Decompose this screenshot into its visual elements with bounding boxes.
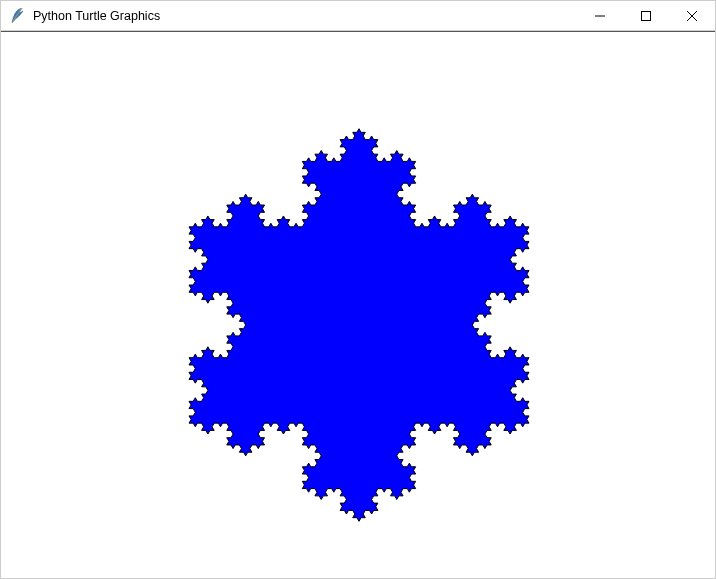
window-title: Python Turtle Graphics [33,9,577,23]
window-controls [577,1,715,30]
close-icon [687,11,697,21]
minimize-button[interactable] [577,1,623,30]
tk-feather-icon [9,8,25,24]
maximize-button[interactable] [623,1,669,30]
turtle-canvas [1,32,715,578]
minimize-icon [595,11,605,21]
canvas-area [1,32,715,578]
app-window: Python Turtle Graphics [0,0,716,579]
maximize-icon [641,11,651,21]
svg-rect-1 [642,11,651,20]
close-button[interactable] [669,1,715,30]
titlebar[interactable]: Python Turtle Graphics [1,1,715,31]
